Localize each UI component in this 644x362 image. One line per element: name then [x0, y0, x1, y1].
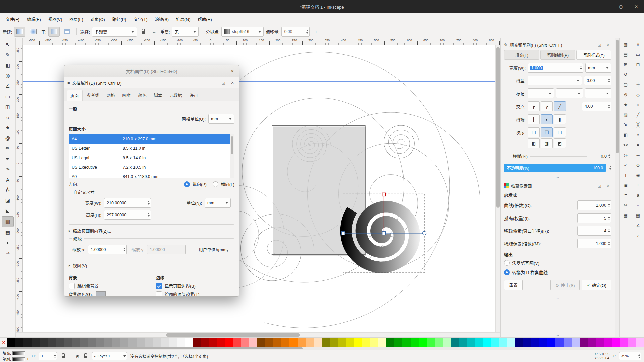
palette-swatch-60[interactable] — [491, 338, 499, 347]
palette-swatch-14[interactable] — [120, 338, 128, 347]
mesh-gradient-tool[interactable]: ▦ — [2, 227, 13, 237]
palette-swatch-35[interactable] — [289, 338, 298, 347]
palette-swatch-49[interactable] — [402, 338, 411, 347]
apply-to-fill-button[interactable] — [48, 27, 60, 37]
spin-arrows[interactable] — [54, 354, 56, 358]
no-color-swatch[interactable]: ✕ — [0, 338, 7, 347]
stroke-order-2-button[interactable]: ❐ — [541, 127, 553, 137]
dialog-text-icon[interactable]: T — [621, 170, 631, 180]
round-join-button[interactable]: ╭ — [541, 101, 553, 111]
layer-visibility-icon[interactable]: ◉ — [76, 354, 79, 358]
palette-swatch-32[interactable] — [265, 338, 273, 347]
snap-cusp-nodes-icon[interactable]: ▪ — [633, 130, 643, 139]
reset-button[interactable]: 重置 — [504, 280, 523, 290]
palette-swatch-19[interactable] — [161, 338, 169, 347]
palette-swatch-55[interactable] — [451, 338, 459, 347]
menu-filters[interactable]: 滤镜(S) — [151, 13, 172, 25]
canvas-hscrollbar[interactable] — [22, 333, 500, 337]
dialog-preferences-icon[interactable]: ⚙ — [621, 90, 631, 99]
page-size-us-legal[interactable]: US Legal8.5 x 14.0 in — [69, 153, 234, 163]
opacity-slider[interactable]: 不透明度(%) 100.0 — [504, 164, 606, 172]
sparse-mult-spinner[interactable]: 1.000 — [577, 239, 611, 248]
delete-stop-button[interactable]: − — [322, 27, 331, 36]
offset-spinner[interactable]: 0.00 — [281, 27, 310, 37]
snap-smooth-nodes-icon[interactable]: ● — [633, 140, 643, 149]
stroke-order-1-button[interactable]: ❏ — [528, 127, 540, 137]
panel-float-button[interactable]: ◱ — [596, 182, 603, 189]
dialog-tab-scripting[interactable]: 脚本 — [151, 90, 166, 101]
palette-swatch-73[interactable] — [596, 338, 604, 347]
menu-text[interactable]: 文字(T) — [130, 13, 151, 25]
blur-spinner[interactable]: 0.0 — [589, 152, 611, 161]
palette-swatch-26[interactable] — [217, 338, 225, 347]
palette-swatch-15[interactable] — [128, 338, 136, 347]
page-width-spinner[interactable]: 210.00000 — [104, 198, 151, 208]
butt-cap-button[interactable]: ┃ — [528, 114, 540, 124]
snap-object-centers-icon[interactable]: ◉ — [633, 170, 643, 180]
palette-swatch-61[interactable] — [499, 338, 507, 347]
dialog-xml-editor-icon[interactable]: <> — [621, 140, 631, 149]
palette-scrollbar[interactable] — [0, 347, 644, 350]
canvas-vscrollbar[interactable] — [495, 45, 500, 332]
palette-swatch-36[interactable] — [298, 338, 306, 347]
radial-gradient-button[interactable] — [28, 27, 39, 37]
spin-arrows[interactable] — [608, 203, 610, 207]
palette-swatch-38[interactable] — [314, 338, 322, 347]
spiral-tool[interactable]: @ — [2, 133, 13, 143]
palette-swatch-42[interactable] — [346, 338, 354, 347]
menu-file[interactable]: 文件(F) — [2, 13, 23, 25]
menu-object[interactable]: 对象(O) — [87, 13, 109, 25]
palette-swatch-33[interactable] — [273, 338, 281, 347]
palette-swatch-27[interactable] — [225, 338, 233, 347]
dialog-memory-icon[interactable]: ▦ — [621, 210, 631, 220]
page-size-list[interactable]: A4210.0 x 297.0 mmUS Letter8.5 x 11.0 in… — [69, 134, 234, 178]
snap-line-midpoints-icon[interactable]: ─ — [633, 150, 643, 160]
dialog-tab-grids[interactable]: 网格 — [103, 90, 118, 101]
dialog-close-button[interactable]: ✕ — [226, 65, 239, 77]
checkerboard-checkbox[interactable] — [69, 283, 75, 289]
palette-swatch-3[interactable] — [32, 338, 40, 347]
dialog-inner-close-button[interactable]: ✕ — [229, 79, 236, 86]
spin-arrows[interactable] — [148, 213, 150, 217]
snap-bbox-centers-icon[interactable]: ◇ — [633, 90, 643, 99]
bspline-option[interactable]: 转换为 B 样条曲线 — [504, 269, 611, 276]
palette-swatch-54[interactable] — [443, 338, 451, 347]
palette-swatch-43[interactable] — [354, 338, 362, 347]
apply-to-stroke-button[interactable] — [62, 27, 73, 37]
scale-x-spinner[interactable]: 1.00000 — [88, 245, 127, 254]
stroke-width-unit-combo[interactable]: mm — [585, 63, 611, 73]
page-size-a0[interactable]: A0841.0 x 1189.0 mm — [69, 172, 234, 178]
stroke-order-6-button[interactable]: ◩ — [554, 138, 566, 148]
panel-close-button[interactable]: ✕ — [605, 182, 611, 189]
pencil-tool[interactable]: ✏ — [2, 143, 13, 154]
selector-tool[interactable]: ↖ — [2, 40, 13, 50]
snap-rotation-centers-icon[interactable]: + — [633, 180, 643, 190]
palette-swatch-63[interactable] — [515, 338, 523, 347]
vertical-ruler[interactable]: 350300250200150100500-50-100-150-200-250… — [16, 45, 23, 332]
palette-swatch-17[interactable] — [145, 338, 153, 347]
dock-resize-handle[interactable]: ⋯ — [501, 333, 615, 337]
add-stop-button[interactable]: + — [312, 27, 320, 36]
spin-arrows[interactable] — [608, 79, 610, 82]
snap-path-intersections-icon[interactable]: ╳ — [633, 120, 643, 129]
dialog-align-icon[interactable]: ⊞ — [621, 60, 631, 69]
node-editor-tool[interactable]: ✎ — [2, 50, 13, 60]
dialog-messages-icon[interactable]: ✉ — [621, 200, 631, 210]
dialog-titlebar[interactable]: 文档属性(D) (Shift+Ctrl+D) ✕ — [64, 65, 239, 77]
spin-arrows[interactable] — [608, 242, 610, 245]
menu-edit[interactable]: 编辑(E) — [23, 13, 45, 25]
gradient-select-combo[interactable]: 多渐变 — [92, 27, 137, 37]
text-tool[interactable]: A — [2, 175, 13, 185]
dialog-undo-history-icon[interactable]: ↺ — [621, 70, 631, 79]
menu-extensions[interactable]: 扩展(N) — [172, 13, 194, 25]
palette-swatch-9[interactable] — [80, 338, 88, 347]
minimize-button[interactable]: ─ — [598, 0, 613, 13]
star-tool[interactable]: ★ — [2, 123, 13, 133]
dock-scrollbar[interactable] — [615, 38, 619, 337]
palette-swatch-4[interactable] — [40, 338, 48, 347]
linear-gradient-button[interactable] — [14, 27, 25, 37]
palette-swatch-48[interactable] — [394, 338, 402, 347]
bevel-join-button[interactable]: ╱ — [554, 101, 566, 111]
round-cap-button[interactable]: ◗ — [541, 114, 553, 124]
dropper-tool[interactable]: ◗ — [2, 238, 13, 248]
